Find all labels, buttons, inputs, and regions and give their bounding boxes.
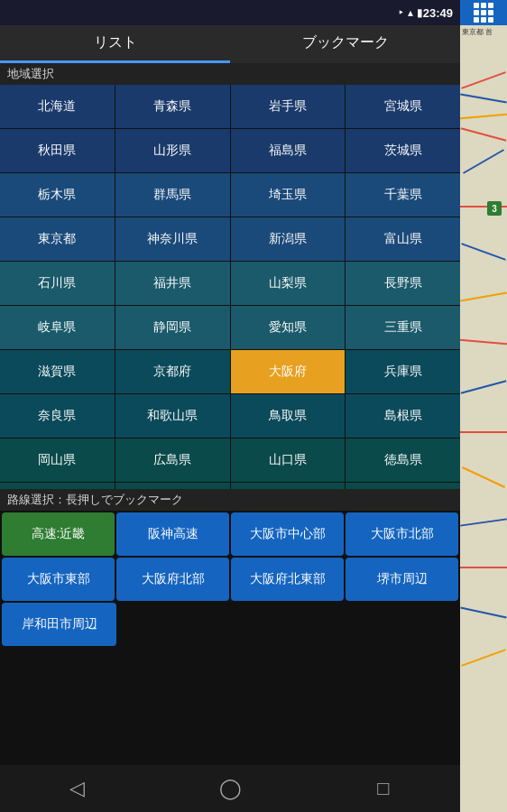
- prefecture-cell[interactable]: 埼玉県: [231, 173, 346, 217]
- prefecture-cell[interactable]: 静岡県: [115, 306, 230, 349]
- route-row: 高速:近畿阪神高速大阪市中心部大阪市北部: [2, 512, 458, 556]
- prefecture-cell[interactable]: 岐阜県: [0, 306, 115, 349]
- prefecture-cell[interactable]: 和歌山県: [115, 394, 230, 438]
- grid-icon[interactable]: [460, 0, 507, 25]
- bluetooth-icon: ‣: [398, 6, 404, 19]
- route-button[interactable]: 大阪市中心部: [231, 512, 344, 556]
- nav-bar: ◁ ◯ □: [0, 765, 460, 812]
- prefecture-cell[interactable]: 鳥取県: [231, 394, 346, 438]
- prefecture-cell[interactable]: 広島県: [115, 438, 230, 482]
- recent-button[interactable]: □: [356, 770, 410, 807]
- prefecture-cell[interactable]: 滋賀県: [0, 350, 115, 393]
- wifi-icon: ▴: [408, 6, 413, 19]
- status-icons: ‣ ▴ ▮: [398, 6, 423, 19]
- prefecture-cell[interactable]: 栃木県: [0, 173, 115, 217]
- route-button[interactable]: 大阪市北部: [346, 512, 458, 556]
- route-label: 路線選択：長押しでブックマーク: [0, 489, 460, 511]
- route-grid: 高速:近畿阪神高速大阪市中心部大阪市北部大阪市東部大阪府北部大阪府北東部堺市周辺…: [0, 511, 460, 648]
- main-content: ‣ ▴ ▮ 23:49 リスト ブックマーク 地域選択 北海道青森県岩手県宮城県…: [0, 0, 460, 812]
- route-button[interactable]: 阪神高速: [116, 512, 229, 556]
- prefecture-cell[interactable]: 奈良県: [0, 394, 115, 438]
- status-bar: ‣ ▴ ▮ 23:49: [0, 0, 460, 25]
- status-time: 23:49: [423, 6, 453, 20]
- prefecture-cell[interactable]: 富山県: [346, 217, 460, 261]
- prefecture-cell[interactable]: 新潟県: [231, 217, 346, 261]
- prefecture-cell[interactable]: 島根県: [346, 394, 460, 438]
- map-image: 東京都 首 3: [460, 25, 507, 812]
- prefecture-cell[interactable]: 香川県: [0, 483, 115, 489]
- map-route-number: 3: [487, 201, 502, 216]
- tab-list[interactable]: リスト: [0, 25, 230, 63]
- back-button[interactable]: ◁: [50, 770, 104, 807]
- tab-bar: リスト ブックマーク: [0, 25, 460, 63]
- prefecture-cell[interactable]: 福井県: [115, 262, 230, 305]
- prefecture-cell[interactable]: 神奈川県: [115, 217, 230, 261]
- prefecture-cell[interactable]: 石川県: [0, 262, 115, 305]
- prefecture-cell[interactable]: 岩手県: [231, 85, 346, 128]
- route-button[interactable]: 大阪府北部: [116, 558, 229, 601]
- prefecture-cell[interactable]: 山梨県: [231, 262, 346, 305]
- prefecture-cell[interactable]: 千葉県: [346, 173, 460, 217]
- route-row: 大阪市東部大阪府北部大阪府北東部堺市周辺: [2, 558, 458, 601]
- prefecture-cell[interactable]: 青森県: [115, 85, 230, 128]
- prefecture-cell[interactable]: 北海道: [0, 85, 115, 128]
- prefecture-cell[interactable]: 茨城県: [346, 129, 460, 172]
- grid-dots: [474, 3, 493, 23]
- prefecture-cell[interactable]: 京都府: [115, 350, 230, 393]
- route-button[interactable]: 高速:近畿: [2, 512, 115, 556]
- prefecture-cell[interactable]: 愛知県: [231, 306, 346, 349]
- map-panel: 東京都 首 3: [460, 0, 507, 812]
- prefecture-cell[interactable]: 大阪府: [231, 350, 346, 393]
- prefecture-cell[interactable]: 東京都: [0, 217, 115, 261]
- prefecture-cell[interactable]: 福岡県: [346, 483, 460, 489]
- tab-bookmark[interactable]: ブックマーク: [230, 25, 460, 63]
- battery-icon: ▮: [417, 6, 423, 19]
- prefecture-cell[interactable]: 高知県: [231, 483, 346, 489]
- prefecture-cell[interactable]: 徳島県: [346, 438, 460, 482]
- route-button[interactable]: 大阪市東部: [2, 558, 115, 601]
- region-label: 地域選択: [0, 63, 460, 85]
- route-button[interactable]: 岸和田市周辺: [2, 603, 116, 646]
- map-label: 東京都 首: [460, 25, 507, 39]
- prefecture-cell[interactable]: 愛媛県: [115, 483, 230, 489]
- prefecture-cell[interactable]: 福島県: [231, 129, 346, 172]
- route-row: 岸和田市周辺: [2, 603, 458, 646]
- prefecture-cell[interactable]: 長野県: [346, 262, 460, 305]
- prefecture-cell[interactable]: 山形県: [115, 129, 230, 172]
- prefecture-cell[interactable]: 秋田県: [0, 129, 115, 172]
- home-button[interactable]: ◯: [203, 770, 257, 807]
- prefecture-cell[interactable]: 兵庫県: [346, 350, 460, 393]
- route-button[interactable]: 堺市周辺: [346, 558, 458, 601]
- prefecture-cell[interactable]: 山口県: [231, 438, 346, 482]
- prefecture-cell[interactable]: 三重県: [346, 306, 460, 349]
- prefecture-cell[interactable]: 群馬県: [115, 173, 230, 217]
- prefecture-cell[interactable]: 宮城県: [346, 85, 460, 128]
- prefecture-cell[interactable]: 岡山県: [0, 438, 115, 482]
- prefecture-grid: 北海道青森県岩手県宮城県秋田県山形県福島県茨城県栃木県群馬県埼玉県千葉県東京都神…: [0, 85, 460, 489]
- route-button[interactable]: 大阪府北東部: [231, 558, 344, 601]
